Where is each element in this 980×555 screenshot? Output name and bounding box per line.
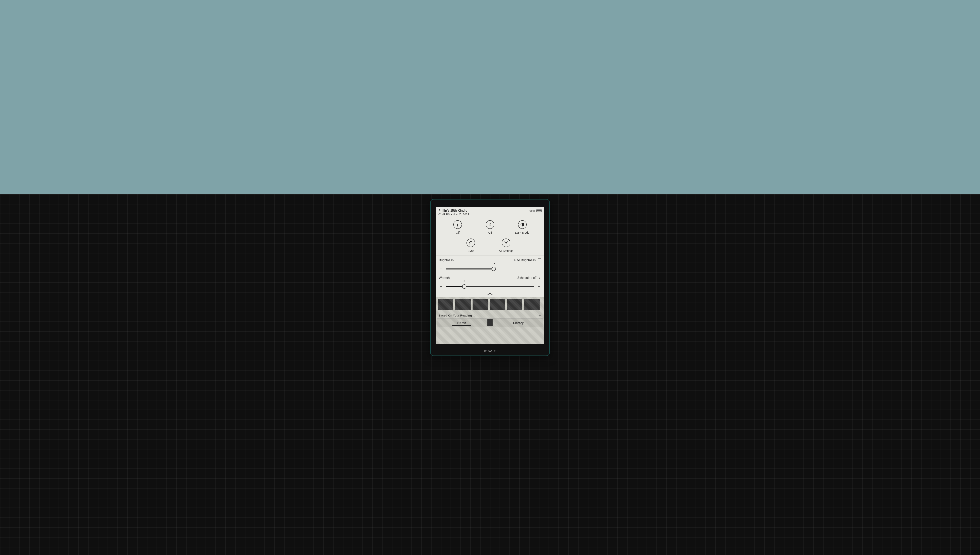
warmth-schedule-label: Schedule : off — [517, 276, 536, 280]
brightness-slider[interactable]: 13 — [446, 269, 534, 269]
warmth-slider[interactable]: 5 — [446, 286, 534, 287]
warmth-plus-button[interactable]: + — [537, 284, 541, 289]
bluetooth-label: Off — [488, 231, 492, 234]
bottom-nav: Home Library — [437, 318, 543, 327]
chevron-up-icon — [487, 293, 493, 295]
battery-percent: 95% — [529, 209, 535, 212]
brightness-plus-button[interactable]: + — [537, 266, 541, 271]
book-cover[interactable] — [507, 299, 522, 310]
bluetooth-icon — [486, 220, 494, 229]
based-on-reading-link[interactable]: Based On Your Reading — [438, 314, 476, 317]
nav-home[interactable]: Home — [437, 318, 486, 327]
nav-current-book[interactable] — [486, 318, 494, 327]
current-book-cover — [488, 319, 492, 326]
status-bar: Philip's 15th Kindle 01:49 PM • Nov 20, … — [436, 207, 544, 217]
battery-icon — [536, 209, 542, 212]
airplane-toggle[interactable]: Off — [441, 220, 474, 234]
auto-brightness-label: Auto Brightness — [513, 258, 536, 262]
clock-date: 01:49 PM • Nov 20, 2024 — [438, 213, 469, 216]
book-cover[interactable] — [438, 299, 453, 310]
device-name: Philip's 15th Kindle — [438, 209, 469, 212]
brightness-title: Brightness — [439, 258, 454, 262]
sync-icon — [467, 239, 475, 247]
book-cover[interactable] — [524, 299, 540, 310]
sync-button[interactable]: Sync — [467, 239, 475, 252]
warmth-section: Warmth Schedule : off − 5 + — [436, 273, 544, 291]
quick-toggles: Off Off Dark Mode Sync — [436, 217, 544, 255]
shelf-section-title: Based On Your Reading — [438, 314, 472, 317]
darkmode-icon — [518, 220, 527, 229]
caret-down-icon[interactable] — [539, 314, 542, 317]
home-shelf: Based On Your Reading Home Library — [436, 297, 544, 344]
chevron-right-icon — [539, 276, 541, 279]
bluetooth-toggle[interactable]: Off — [474, 220, 506, 234]
brand-label: kindle — [430, 348, 550, 353]
svg-point-1 — [505, 242, 507, 244]
book-cover[interactable] — [490, 299, 505, 310]
warmth-minus-button[interactable]: − — [439, 284, 443, 289]
darkmode-toggle[interactable]: Dark Mode — [506, 220, 539, 234]
warmth-schedule-button[interactable]: Schedule : off — [517, 276, 541, 280]
brightness-value: 13 — [492, 262, 495, 265]
auto-brightness-checkbox[interactable] — [537, 258, 541, 262]
brightness-minus-button[interactable]: − — [439, 266, 443, 271]
darkmode-label: Dark Mode — [515, 231, 529, 234]
book-cover[interactable] — [473, 299, 488, 310]
collapse-panel-button[interactable] — [436, 291, 544, 297]
warmth-value: 5 — [464, 280, 465, 282]
settings-label: All Settings — [499, 249, 513, 252]
all-settings-button[interactable]: All Settings — [499, 239, 513, 252]
book-covers-row[interactable] — [437, 299, 543, 310]
book-cover[interactable] — [455, 299, 471, 310]
device-bezel: Philip's 15th Kindle 01:49 PM • Nov 20, … — [430, 199, 550, 356]
brightness-section: Brightness Auto Brightness − 13 + — [436, 256, 544, 273]
sync-label: Sync — [468, 249, 474, 252]
nav-library[interactable]: Library — [494, 318, 543, 327]
gear-icon — [502, 239, 510, 247]
screen: Philip's 15th Kindle 01:49 PM • Nov 20, … — [436, 207, 544, 344]
chevron-right-icon — [473, 314, 476, 317]
warmth-title: Warmth — [439, 276, 450, 280]
airplane-icon — [453, 220, 462, 229]
auto-brightness-toggle[interactable]: Auto Brightness — [513, 258, 541, 262]
airplane-label: Off — [456, 231, 460, 234]
